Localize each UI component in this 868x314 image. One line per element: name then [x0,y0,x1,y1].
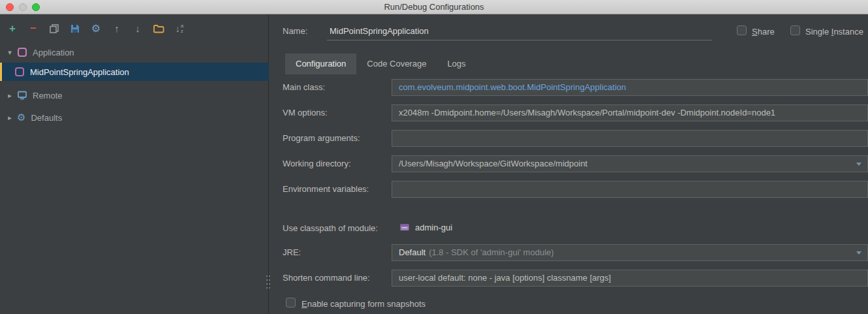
environment-variables-input[interactable] [392,181,868,198]
working-directory-combo[interactable]: /Users/Misagh/Workspace/GitWorkspace/mid… [392,155,868,172]
remote-type-icon [17,90,27,101]
single-instance-checkbox-label[interactable]: Single Instance [805,27,863,37]
run-debug-configurations-dialog: Run/Debug Configurations + − [0,0,868,314]
share-checkbox[interactable] [737,25,747,35]
jre-label: JRE: [283,247,301,257]
sort-configurations-button[interactable]: ↓ a z [174,22,185,35]
sort-az-icon: a z [181,24,183,34]
main-class-input[interactable]: com.evolveum.midpoint.web.boot.MidPointS… [392,79,868,96]
save-configuration-button[interactable] [69,22,81,35]
tree-toolbar: + − ⚙ ↑ ↓ [7,21,185,37]
defaults-gear-icon: ⚙ [17,112,25,123]
tab-code-coverage[interactable]: Code Coverage [356,54,437,74]
sort-arrow-icon: ↓ [176,23,180,35]
module-value: admin-gui [415,223,452,232]
chevron-down-icon[interactable] [856,251,861,255]
tree-item-defaults[interactable]: ▸ ⚙ Defaults [0,108,269,127]
module-combo[interactable]: admin-gui [392,219,452,236]
chevron-right-icon[interactable]: ▸ [5,114,14,122]
enable-snapshots-checkbox[interactable] [286,298,296,307]
panel-splitter-grip[interactable] [266,275,268,277]
working-directory-label: Working directory: [283,159,351,168]
tree-item-label: Application [33,48,74,57]
dialog-body: + − ⚙ ↑ ↓ [0,14,868,314]
selection-accent-bar [0,63,2,81]
tree-item-application[interactable]: ▾ Application [0,43,269,61]
chevron-down-icon[interactable] [856,163,861,166]
application-type-icon [17,47,27,57]
move-up-button[interactable]: ↑ [111,22,123,35]
vm-options-input[interactable]: x2048m -Dmidpoint.home=/Users/Misagh/Wor… [392,104,868,121]
edit-templates-button[interactable]: ⚙ [90,22,102,35]
jre-combo[interactable]: Default(1.8 - SDK of 'admin-gui' module) [392,244,868,261]
editor-tabs: Configuration Code Coverage Logs [285,54,476,74]
enable-snapshots-checkbox-label[interactable]: Enable capturing form snapshots [302,299,426,309]
window-title: Run/Debug Configurations [0,0,868,14]
vm-options-label: VM options: [283,108,328,118]
save-icon [70,24,80,34]
tree-item-label: Defaults [31,113,62,123]
move-down-button[interactable]: ↓ [132,22,144,35]
tree-item-label: Remote [33,91,63,101]
tree-item-remote[interactable]: ▸ Remote [0,86,269,104]
copy-configuration-button[interactable] [48,22,60,35]
program-arguments-input[interactable] [392,130,868,147]
single-instance-checkbox[interactable] [790,25,800,35]
tree-item-label: MidPointSpringApplication [30,67,129,77]
configuration-editor-panel: Name: MidPointSpringApplication Share Si… [270,14,868,314]
tab-logs[interactable]: Logs [437,54,476,74]
module-icon [399,222,410,232]
shorten-command-line-label: Shorten command line: [283,273,370,283]
copy-icon [49,24,59,34]
environment-variables-label: Environment variables: [283,184,369,194]
use-classpath-label: Use classpath of module: [283,223,378,233]
folder-icon [153,24,164,34]
chevron-right-icon[interactable]: ▸ [5,91,14,100]
tab-configuration[interactable]: Configuration [285,54,356,74]
main-class-label: Main class: [283,82,325,92]
configurations-tree-panel: + − ⚙ ↑ ↓ [0,14,269,314]
name-label: Name: [283,26,307,36]
shorten-command-line-combo[interactable]: user-local default: none - java [options… [392,270,868,287]
program-arguments-label: Program arguments: [283,133,360,143]
tree-item-midpointspringapplication[interactable]: MidPointSpringApplication [0,63,269,81]
titlebar: Run/Debug Configurations [0,0,868,14]
name-input[interactable]: MidPointSpringApplication [327,22,712,40]
share-checkbox-label[interactable]: Share [752,27,775,37]
create-folder-button[interactable] [153,22,164,35]
add-configuration-button[interactable]: + [7,22,18,35]
application-run-config-icon [14,67,25,77]
remove-configuration-button[interactable]: − [27,22,39,35]
chevron-down-icon[interactable]: ▾ [5,48,14,57]
